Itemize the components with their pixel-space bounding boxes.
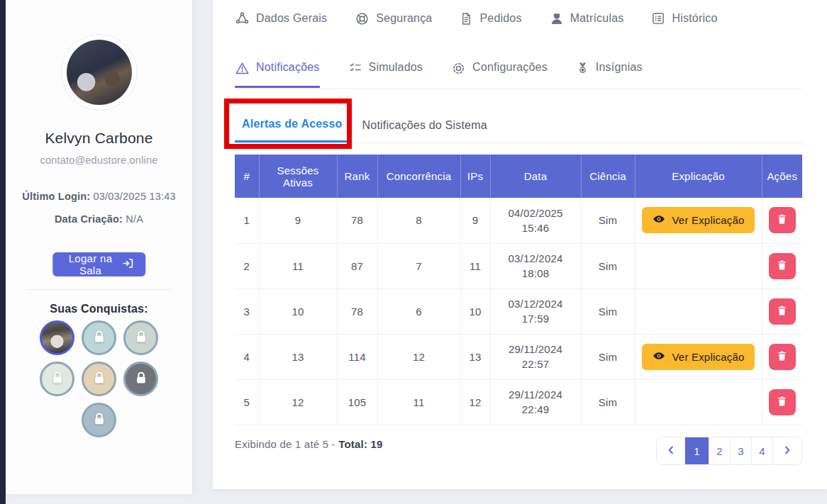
achievement-badge-locked[interactable] [82,320,116,355]
cell-rank: 114 [337,334,377,379]
achievement-badge-locked[interactable] [123,362,158,396]
tab-matriculas[interactable]: Matrículas [550,9,624,28]
table-row: 3107861003/12/202417:59Sim [235,289,802,334]
subtab-bar: Alertas de AcessoNotificações do Sistema [235,108,802,143]
cell-ips: 13 [460,334,490,379]
tab-historico[interactable]: Histórico [651,9,717,28]
cell-actions [762,198,802,243]
cell-concurrency: 6 [377,289,460,334]
page: Kelvyn Carbone contato@edustore.online Ú… [0,0,827,504]
chevron-right-icon [781,444,794,459]
profile-email: contato@edustore.online [6,155,192,166]
cell-rank: 105 [337,379,377,425]
cell-rank: 78 [337,289,377,334]
divider [27,289,171,290]
cell-sessions: 9 [259,198,337,243]
time-value: 17:59 [494,311,578,326]
date-value: 29/11/2024 [494,342,578,357]
delete-button[interactable] [769,298,796,325]
tab-dados-gerais[interactable]: Dados Gerais [235,9,327,28]
table-summary: Exibindo de 1 até 5 - Total: 19 [235,438,383,450]
tab-label: Simulados [369,61,423,74]
cell-sessions: 11 [259,243,337,289]
trash-icon [776,349,788,364]
padlock-icon [50,371,65,388]
achievement-badge-locked[interactable] [82,403,116,437]
warning-triangle-icon [235,61,250,76]
tab-configuracoes[interactable]: Configurações [451,54,548,88]
cell-science: Sim [581,379,635,425]
share-nodes-icon [235,11,250,26]
achievement-badge-locked[interactable] [82,362,116,396]
date-value: 03/12/2024 [494,296,578,311]
pagination-prev[interactable] [657,437,685,464]
tab-pedidos[interactable]: Pedidos [460,9,521,28]
checklist-icon [348,61,362,75]
date-value: 03/12/2024 [494,251,578,266]
pagination-page-4[interactable]: 4 [752,437,773,464]
cell-actions [762,289,802,334]
pagination-page-3[interactable]: 3 [731,437,752,464]
cell-concurrency: 12 [377,334,460,379]
primary-tab-bar: Dados GeraisSegurançaPedidosMatrículasHi… [235,9,718,28]
cell-explanation [635,289,762,334]
cell-date: 03/12/202417:59 [490,289,581,334]
pagination-page-1[interactable]: 1 [685,437,709,464]
cell-rank: 87 [337,243,377,289]
delete-button[interactable] [769,207,796,233]
tab-simulados[interactable]: Simulados [348,54,423,88]
cell-explanation [635,379,762,425]
cell-row-number: 2 [235,243,259,289]
profile-sidebar: Kelvyn Carbone contato@edustore.online Ú… [6,0,192,494]
cell-concurrency: 7 [377,243,460,289]
sign-in-icon [122,257,134,271]
delete-button[interactable] [769,253,796,279]
time-value: 22:57 [494,357,578,371]
view-explanation-button[interactable]: Ver Explicação [642,344,754,370]
subtab-alertas-de-acesso[interactable]: Alertas de Acesso [235,108,350,142]
achievement-badge-locked[interactable] [40,362,74,396]
eye-icon [652,213,666,228]
button-label: Ver Explicação [672,214,744,226]
achievement-badge-unlocked[interactable] [40,320,74,355]
trash-icon [776,304,788,319]
view-explanation-button[interactable]: Ver Explicação [642,207,754,233]
profile-name: Kelvyn Carbone [6,130,192,147]
tab-seguranca[interactable]: Segurança [355,9,432,28]
pagination-page-2[interactable]: 2 [709,437,731,464]
tab-notificacoes[interactable]: Notificações [235,54,320,88]
achievement-badges [6,320,192,437]
secondary-tab-bar: NotificaçõesSimuladosConfiguraçõesInsígn… [235,54,802,89]
achievements-title: Suas Conquistas: [6,303,192,315]
tab-label: Histórico [672,12,717,25]
delete-button[interactable] [769,389,796,415]
table-row: 512105111229/11/202422:49Sim [235,379,802,425]
column-header-concorrencia: Concorrência [377,155,460,198]
column-header-acoes: Ações [762,155,802,198]
cell-concurrency: 8 [377,198,460,243]
cell-actions [762,243,802,289]
column-header-: # [235,155,259,198]
delete-button[interactable] [769,344,796,370]
cell-explanation [635,243,762,289]
medal-icon [576,61,589,75]
person-icon [550,11,564,26]
access-alerts-table: #Sessões AtivasRankConcorrênciaIPsDataCi… [235,155,802,425]
cell-sessions: 10 [259,289,337,334]
cell-date: 29/11/202422:49 [490,379,581,425]
pagination-next[interactable] [773,437,801,464]
cell-ips: 10 [460,289,490,334]
tab-label: Notificações [256,61,320,74]
main-content-card: Dados GeraisSegurançaPedidosMatrículasHi… [213,0,827,489]
padlock-icon [92,330,106,347]
cell-row-number: 4 [235,334,259,379]
avatar-photo [67,40,132,105]
subtab-notificacoes-do-sistema[interactable]: Notificações do Sistema [355,108,494,142]
tab-insignias[interactable]: Insígnias [576,54,643,88]
badge-row [40,362,158,396]
achievement-badge-locked[interactable] [123,320,158,355]
life-ring-icon [355,11,370,26]
login-room-button[interactable]: Logar na Sala [52,252,146,276]
cell-science: Sim [581,243,635,289]
creation-date: Data Criação: N/A [16,211,182,227]
